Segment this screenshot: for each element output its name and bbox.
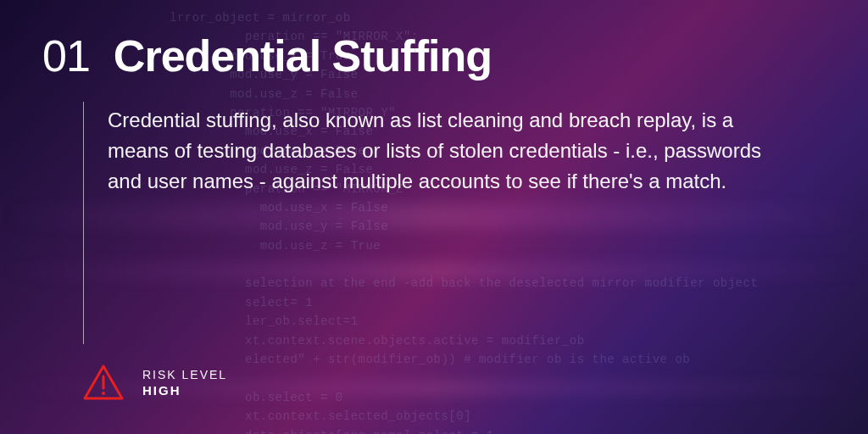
card-content: 01 Credential Stuffing Credential stuffi…: [0, 0, 868, 434]
header-row: 01 Credential Stuffing: [42, 34, 826, 78]
svg-point-1: [102, 392, 105, 395]
risk-value: HIGH: [142, 383, 227, 398]
card-title: Credential Stuffing: [114, 34, 492, 78]
card-description: Credential stuffing, also known as list …: [108, 102, 769, 344]
warning-triangle-icon: [83, 364, 124, 400]
card-number: 01: [42, 34, 90, 78]
risk-text-block: RISK LEVEL HIGH: [142, 368, 227, 398]
body-section: Credential stuffing, also known as list …: [83, 102, 826, 344]
risk-section: RISK LEVEL HIGH: [83, 364, 826, 400]
vertical-divider: [83, 102, 84, 344]
risk-label: RISK LEVEL: [142, 368, 227, 381]
